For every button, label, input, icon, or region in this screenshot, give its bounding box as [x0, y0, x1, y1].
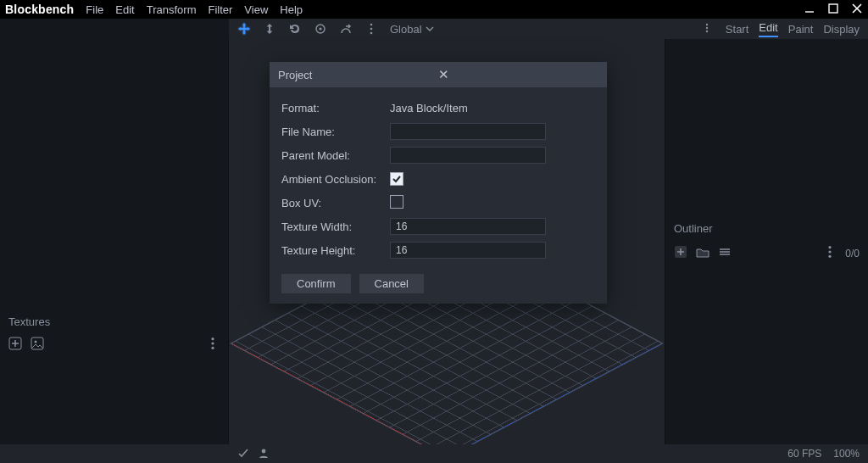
outliner-tools: 0/0: [665, 240, 868, 266]
maximize-icon[interactable]: [827, 3, 839, 17]
textures-more-icon[interactable]: [206, 337, 220, 353]
format-value: Java Block/Item: [390, 102, 595, 114]
rotate-tool-icon[interactable]: [288, 22, 302, 36]
transform-space-label: Global: [390, 23, 422, 36]
vertex-snap-icon[interactable]: [339, 22, 353, 36]
file-name-input[interactable]: [390, 123, 546, 140]
svg-point-4: [370, 28, 373, 31]
menu-help[interactable]: Help: [280, 3, 303, 16]
outliner-count: 0/0: [845, 248, 860, 259]
right-panel: Outliner 0/0: [665, 39, 868, 444]
svg-point-12: [211, 337, 214, 340]
window-controls: [804, 3, 863, 17]
add-group-icon[interactable]: [696, 245, 709, 261]
outliner-header: Outliner: [665, 217, 868, 240]
tab-display[interactable]: Display: [823, 23, 860, 36]
outliner-toggle-icon[interactable]: [718, 245, 732, 261]
move-tool-icon[interactable]: [237, 22, 251, 36]
transform-space-dropdown[interactable]: Global: [390, 23, 434, 36]
import-texture-icon[interactable]: [31, 337, 44, 353]
texture-height-input[interactable]: [390, 242, 546, 259]
svg-point-14: [211, 347, 214, 349]
textures-body: [0, 360, 228, 444]
box-uv-checkbox[interactable]: [390, 195, 403, 209]
main-menu: File Edit Transform Filter View Help: [86, 3, 303, 16]
menu-edit[interactable]: Edit: [115, 3, 134, 16]
status-fps: 60 FPS: [787, 448, 821, 460]
status-bar: 60 FPS 100%: [0, 444, 868, 463]
file-name-label: File Name:: [281, 126, 390, 138]
texture-width-input[interactable]: [390, 218, 546, 235]
add-cube-icon[interactable]: [674, 245, 687, 261]
menu-view[interactable]: View: [244, 3, 268, 16]
mode-more-icon[interactable]: [702, 23, 712, 36]
svg-point-3: [370, 24, 373, 26]
tab-start[interactable]: Start: [726, 23, 748, 36]
left-panel: Textures: [0, 39, 229, 444]
resize-tool-icon[interactable]: [263, 22, 276, 36]
parent-model-label: Parent Model:: [281, 149, 390, 162]
svg-point-16: [829, 246, 832, 248]
svg-point-13: [211, 342, 214, 344]
menu-filter[interactable]: Filter: [208, 3, 232, 16]
svg-point-11: [35, 341, 37, 343]
status-saved-icon: [237, 447, 249, 461]
svg-rect-0: [829, 4, 837, 13]
pivot-tool-icon[interactable]: [314, 22, 327, 36]
ambient-occlusion-checkbox[interactable]: [390, 172, 403, 186]
ambient-occlusion-label: Ambient Occlusion:: [281, 173, 390, 186]
toolbar: Global Start Edit Paint Display: [229, 19, 868, 39]
texture-height-label: Texture Height:: [281, 244, 390, 257]
menu-transform[interactable]: Transform: [147, 3, 197, 16]
confirm-button[interactable]: Confirm: [281, 274, 351, 293]
svg-point-2: [319, 27, 321, 30]
title-bar: Blockbench File Edit Transform Filter Vi…: [0, 0, 868, 19]
dialog-close-icon[interactable]: ✕: [438, 67, 598, 82]
cancel-button[interactable]: Cancel: [359, 274, 424, 293]
textures-header: Textures: [0, 310, 228, 333]
textures-tools: [0, 333, 228, 360]
svg-point-7: [706, 26, 708, 28]
status-zoom: 100%: [833, 448, 860, 460]
status-account-icon[interactable]: [258, 447, 270, 461]
close-icon[interactable]: [851, 3, 863, 17]
app-logo: Blockbench: [5, 3, 74, 16]
svg-point-8: [706, 30, 708, 31]
svg-point-19: [262, 449, 266, 453]
svg-point-6: [706, 23, 708, 25]
menu-file[interactable]: File: [86, 3, 103, 16]
texture-width-label: Texture Width:: [281, 220, 390, 233]
svg-rect-10: [31, 337, 43, 349]
format-label: Format:: [281, 102, 390, 114]
svg-point-17: [829, 250, 832, 253]
outliner-more-icon[interactable]: [823, 245, 837, 261]
parent-model-input[interactable]: [390, 147, 546, 164]
tab-edit[interactable]: Edit: [759, 21, 777, 37]
minimize-icon[interactable]: [804, 3, 815, 17]
box-uv-label: Box UV:: [281, 197, 390, 209]
toolbar-row: Global Start Edit Paint Display: [0, 19, 868, 39]
mode-tabs: Start Edit Paint Display: [702, 21, 860, 37]
dialog-title: Project: [278, 69, 438, 81]
project-dialog: Project ✕ Format: Java Block/Item File N…: [270, 62, 607, 304]
more-vertical-icon[interactable]: [364, 22, 378, 36]
add-texture-icon[interactable]: [8, 337, 22, 353]
status-icons: [237, 447, 270, 461]
status-metrics: 60 FPS 100%: [787, 448, 860, 460]
tab-paint[interactable]: Paint: [788, 23, 814, 36]
dialog-titlebar[interactable]: Project ✕: [270, 62, 607, 87]
svg-point-5: [370, 32, 373, 35]
svg-point-18: [829, 255, 832, 258]
